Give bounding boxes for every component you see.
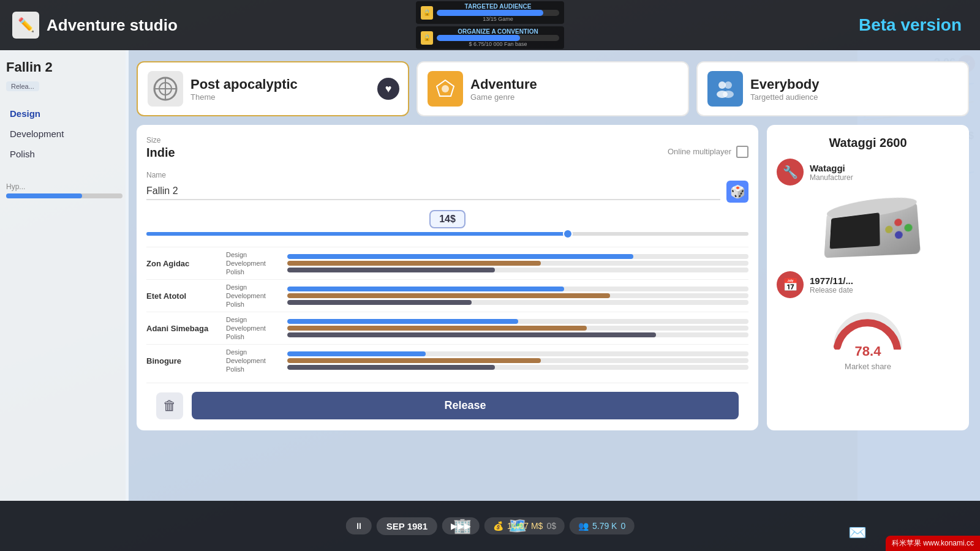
sidebar-release-badge: Relea... bbox=[6, 81, 39, 91]
convention-fill bbox=[437, 35, 520, 41]
hype-label: Hyp... bbox=[6, 182, 123, 191]
audience-title: Everybody bbox=[750, 77, 820, 92]
release-date-row: 📅 1977/11/... Release date bbox=[777, 271, 959, 298]
app-logo-icon: ✏️ bbox=[12, 12, 39, 39]
audience-value: 13/15 Game bbox=[437, 16, 559, 22]
release-button[interactable]: Release bbox=[192, 392, 739, 419]
manufacturer-text: Wataggi Manufacturer bbox=[810, 163, 853, 182]
audience-label: TARGETED AUDIENCE bbox=[437, 3, 559, 10]
sidebar-item-polish[interactable]: Polish bbox=[6, 144, 123, 164]
targeted-audience-bar: 🔒 TARGETED AUDIENCE 13/15 Game bbox=[416, 1, 564, 24]
price-slider-track bbox=[146, 232, 748, 236]
price-slider-thumb[interactable] bbox=[563, 229, 573, 239]
beta-label: Beta version bbox=[859, 15, 962, 35]
app-logo: ✏️ Adventure studio bbox=[12, 12, 178, 39]
manufacturer-name: Wataggi bbox=[810, 163, 853, 173]
money-display: 💰 14.07 M$ 0$ bbox=[484, 517, 565, 534]
employee-bars bbox=[287, 351, 748, 370]
employee-name: Etet Atotol bbox=[146, 291, 226, 301]
employee-name: Binogure bbox=[146, 356, 226, 365]
manufacturer-row: 🔧 Wataggi Manufacturer bbox=[777, 159, 959, 186]
svg-point-7 bbox=[725, 81, 732, 89]
online-multiplayer-section: Online multiplayer bbox=[668, 146, 748, 158]
convention-bar: 🔒 ORGANIZE A CONVENTION $ 6.75/10 000 Fa… bbox=[416, 26, 564, 49]
platform-3d-view bbox=[777, 193, 959, 266]
release-date-text: 1977/11/... Release date bbox=[810, 276, 853, 294]
convention-bar-info: ORGANIZE A CONVENTION $ 6.75/10 000 Fan … bbox=[437, 28, 559, 47]
employee-list: Zon Agidac Design Development Polish Ete… bbox=[146, 247, 748, 377]
price-slider-fill bbox=[146, 232, 568, 236]
money-icon: 💰 bbox=[493, 521, 503, 531]
theme-card-text: Post apocalyptic Theme bbox=[190, 77, 298, 102]
lock-icon-1: 🔒 bbox=[421, 6, 433, 20]
table-row: Zon Agidac Design Development Polish bbox=[146, 247, 748, 279]
price-section: 14$ bbox=[146, 210, 748, 236]
svg-point-5 bbox=[442, 85, 449, 92]
income-value: 0$ bbox=[546, 521, 556, 531]
lock-icon-2: 🔒 bbox=[421, 31, 433, 45]
sidebar-item-design[interactable]: Design bbox=[6, 103, 123, 124]
bottom-bar: 🏢 🗺️ ⏸ SEP 1981 ▶▶▶ 💰 14.07 M$ 0$ 👥 5.79… bbox=[0, 501, 980, 551]
employee-bars bbox=[287, 319, 748, 337]
pause-button[interactable]: ⏸ bbox=[346, 517, 372, 534]
favorite-button[interactable]: ♥ bbox=[377, 78, 399, 100]
table-row: Adani Simebaga Design Development Polish bbox=[146, 312, 748, 344]
fast-forward-button[interactable]: ▶▶▶ bbox=[442, 517, 480, 534]
convention-value: $ 6.75/10 000 Fan base bbox=[437, 41, 559, 47]
audience-card[interactable]: Everybody Targetted audience bbox=[696, 61, 969, 116]
online-multiplayer-checkbox[interactable] bbox=[736, 146, 748, 158]
convention-track bbox=[437, 35, 559, 41]
audience-card-icon bbox=[707, 71, 743, 107]
mail-icon[interactable]: ✉️ bbox=[845, 520, 870, 545]
audience-subtitle: Targetted audience bbox=[750, 92, 820, 102]
theme-subtitle: Theme bbox=[190, 92, 298, 102]
genre-card-icon bbox=[428, 71, 463, 107]
size-label: Size bbox=[146, 136, 175, 144]
bottom-right-icons: ✉️ bbox=[845, 520, 870, 545]
fans-value: 5.79 K bbox=[592, 521, 617, 531]
market-share-label: Market share bbox=[845, 362, 891, 371]
employee-skills: Design Development Polish bbox=[226, 348, 287, 373]
size-value: Indie bbox=[146, 146, 175, 160]
calendar-icon: 📅 bbox=[777, 271, 804, 298]
genre-subtitle: Game genre bbox=[470, 92, 537, 102]
convention-label: ORGANIZE A CONVENTION bbox=[437, 28, 559, 35]
audience-bar-info: TARGETED AUDIENCE 13/15 Game bbox=[437, 3, 559, 22]
audience-fill bbox=[437, 10, 543, 16]
theme-card[interactable]: Post apocalyptic Theme ♥ bbox=[137, 61, 409, 116]
money-value: 14.07 M$ bbox=[507, 521, 543, 531]
console-illustration bbox=[819, 189, 929, 264]
manufacturer-sub: Manufacturer bbox=[810, 173, 853, 182]
employee-name: Zon Agidac bbox=[146, 259, 226, 268]
watermark: 科米苹果 www.konami.cc bbox=[886, 536, 980, 551]
market-share-gauge: 78.4 Market share bbox=[777, 307, 959, 371]
top-bar: ✏️ Adventure studio 🔒 TARGETED AUDIENCE … bbox=[0, 0, 980, 50]
svg-rect-13 bbox=[830, 212, 880, 249]
sidebar-item-development[interactable]: Development bbox=[6, 124, 123, 144]
release-date-label: Release date bbox=[810, 286, 853, 294]
top-center-info: 🔒 TARGETED AUDIENCE 13/15 Game 🔒 ORGANIZ… bbox=[416, 1, 564, 49]
fans-display: 👥 5.79 K 0 bbox=[570, 517, 634, 534]
watermark-text: 科米苹果 www.konami.cc bbox=[892, 539, 974, 547]
audience-track bbox=[437, 10, 559, 16]
bottom-actions: 🗑 Release bbox=[146, 383, 748, 419]
online-multiplayer-label: Online multiplayer bbox=[668, 147, 731, 156]
left-panel: Size Indie Online multiplayer Name 🎲 14$ bbox=[137, 125, 758, 430]
randomize-name-button[interactable]: 🎲 bbox=[726, 181, 748, 203]
employee-bars bbox=[287, 254, 748, 272]
fans-icon: 👥 bbox=[578, 521, 589, 531]
release-date-value: 1977/11/... bbox=[810, 276, 853, 286]
name-label: Name bbox=[146, 171, 748, 179]
main-content: Size Indie Online multiplayer Name 🎲 14$ bbox=[126, 116, 980, 439]
genre-card-text: Adventure Game genre bbox=[470, 77, 537, 102]
date-display: SEP 1981 bbox=[377, 517, 437, 535]
delete-game-button[interactable]: 🗑 bbox=[156, 392, 183, 419]
modal-overlay: Post apocalyptic Theme ♥ Adventure Game … bbox=[126, 50, 980, 501]
genre-card[interactable]: Adventure Game genre bbox=[417, 61, 689, 116]
market-share-value: 78.4 bbox=[855, 343, 881, 359]
sidebar-game-title: Fallin 2 bbox=[6, 59, 123, 75]
employee-skills: Design Development Polish bbox=[226, 283, 287, 308]
game-name-input[interactable] bbox=[146, 183, 720, 200]
svg-point-9 bbox=[723, 91, 734, 98]
size-name-section: Size Indie Online multiplayer bbox=[146, 136, 748, 167]
